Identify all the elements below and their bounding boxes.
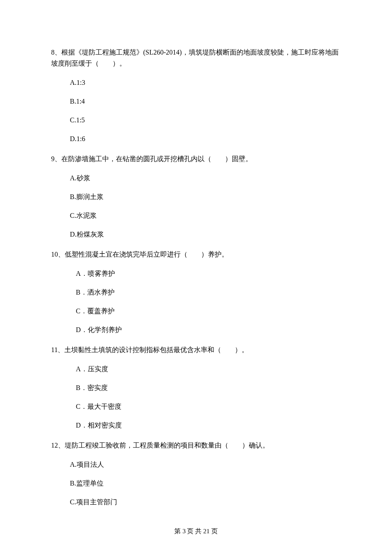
option-b: B.膨润土浆 [70, 193, 341, 201]
option-d: D.1:6 [70, 135, 341, 143]
option-c: C.项目主管部门 [70, 498, 341, 506]
question-text: 12、堤防工程竣工验收前，工程质量检测的项目和数量由（ ）确认。 [51, 440, 341, 451]
option-a: A.1:3 [70, 78, 341, 87]
document-page: 8、根据《堤防工程施工规范》(SL260-2014)，填筑堤防横断面的地面坡度较… [0, 0, 392, 555]
question-number: 11、 [51, 346, 64, 353]
option-c: C.水泥浆 [70, 211, 341, 220]
question-number: 12、 [51, 442, 65, 449]
question-9: 9、在防渗墙施工中，在钻凿的圆孔或开挖槽孔内以（ ）固壁。 A.砂浆 B.膨润土… [51, 153, 341, 239]
option-b: B．洒水养护 [76, 288, 341, 297]
option-d: D．相对密实度 [76, 421, 341, 430]
page-footer: 第 3 页 共 21 页 [0, 527, 392, 535]
question-number: 10、 [51, 251, 65, 258]
question-text: 8、根据《堤防工程施工规范》(SL260-2014)，填筑堤防横断面的地面坡度较… [51, 47, 341, 69]
question-8: 8、根据《堤防工程施工规范》(SL260-2014)，填筑堤防横断面的地面坡度较… [51, 47, 341, 143]
option-c: C.1:5 [70, 116, 341, 124]
question-body: 在防渗墙施工中，在钻凿的圆孔或开挖槽孔内以（ ）固壁。 [61, 155, 252, 162]
option-c: C．覆盖养护 [76, 307, 341, 315]
option-c: C．最大干密度 [76, 402, 341, 411]
question-text: 10、低塑性混凝土宜在浇筑完毕后立即进行（ ）养护。 [51, 249, 341, 260]
option-b: B．密实度 [76, 384, 341, 392]
option-b: B.监理单位 [70, 479, 341, 488]
option-a: A.项目法人 [70, 460, 341, 469]
question-body: 根据《堤防工程施工规范》(SL260-2014)，填筑堤防横断面的地面坡度较陡，… [51, 49, 339, 67]
question-text: 11、土坝黏性土填筑的设计控制指标包括最优含水率和（ ）。 [51, 344, 341, 356]
question-number: 8、 [51, 49, 61, 56]
option-a: A.砂浆 [70, 174, 341, 182]
question-body: 土坝黏性土填筑的设计控制指标包括最优含水率和（ ）。 [64, 346, 248, 353]
question-text: 9、在防渗墙施工中，在钻凿的圆孔或开挖槽孔内以（ ）固壁。 [51, 153, 341, 165]
question-11: 11、土坝黏性土填筑的设计控制指标包括最优含水率和（ ）。 A．压实度 B．密实… [51, 344, 341, 430]
question-body: 堤防工程竣工验收前，工程质量检测的项目和数量由（ ）确认。 [65, 442, 269, 449]
option-d: D．化学剂养护 [76, 326, 341, 334]
question-12: 12、堤防工程竣工验收前，工程质量检测的项目和数量由（ ）确认。 A.项目法人 … [51, 440, 341, 506]
option-d: D.粉煤灰浆 [70, 230, 341, 239]
option-a: A．压实度 [76, 365, 341, 373]
question-body: 低塑性混凝土宜在浇筑完毕后立即进行（ ）养护。 [65, 251, 228, 258]
question-number: 9、 [51, 155, 61, 162]
option-a: A．喷雾养护 [76, 269, 341, 278]
question-10: 10、低塑性混凝土宜在浇筑完毕后立即进行（ ）养护。 A．喷雾养护 B．洒水养护… [51, 249, 341, 334]
option-b: B.1:4 [70, 97, 341, 106]
